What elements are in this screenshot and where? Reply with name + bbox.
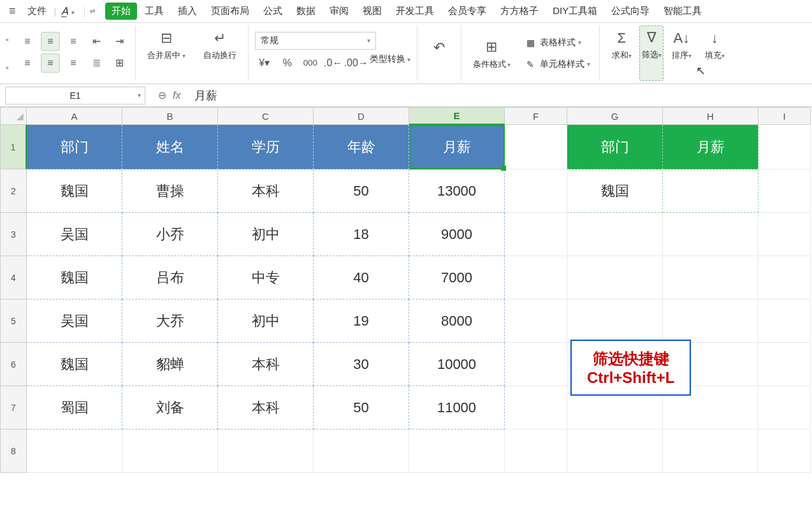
col-G[interactable]: G xyxy=(567,107,663,125)
inc-decimal-icon[interactable]: .0← xyxy=(324,54,343,73)
format-menu[interactable]: A̲▾ xyxy=(59,5,85,17)
cell[interactable]: 刘备 xyxy=(122,386,218,429)
row-5[interactable]: 5 xyxy=(0,299,27,343)
col-E[interactable]: E xyxy=(409,107,505,125)
tab-insert[interactable]: 插入 xyxy=(171,3,203,20)
align-left-icon[interactable]: ≡ xyxy=(18,54,37,73)
undo-button[interactable]: ↶ xyxy=(424,35,454,71)
cell[interactable] xyxy=(505,299,567,343)
cell[interactable]: 7000 xyxy=(409,256,505,299)
cell[interactable] xyxy=(758,125,811,169)
tab-dev[interactable]: 开发工具 xyxy=(389,3,440,20)
cell[interactable]: 月薪 xyxy=(663,125,758,169)
cell[interactable]: 9000 xyxy=(409,213,505,256)
col-D[interactable]: D xyxy=(314,107,409,125)
cell[interactable] xyxy=(505,169,567,213)
row-2[interactable]: 2 xyxy=(0,169,27,213)
col-F[interactable]: F xyxy=(505,107,567,125)
row-3[interactable]: 3 xyxy=(0,213,27,256)
filter-button[interactable]: ∇ 筛选▾ xyxy=(639,25,663,81)
cell[interactable]: 月薪 xyxy=(409,125,505,169)
cell[interactable]: 本科 xyxy=(218,343,314,386)
number-format-select[interactable]: 常规▾ xyxy=(255,32,376,50)
cell[interactable]: 10000 xyxy=(409,343,505,386)
distribute-icon[interactable]: ≣ xyxy=(87,54,106,73)
cell[interactable] xyxy=(218,429,314,473)
align-middle-icon[interactable]: ≡ xyxy=(41,32,60,51)
indent-inc-icon[interactable]: ⇥ xyxy=(110,32,129,51)
cell[interactable] xyxy=(505,386,567,429)
cell[interactable] xyxy=(663,213,758,256)
cell[interactable]: 30 xyxy=(314,343,409,386)
tab-view[interactable]: 视图 xyxy=(356,3,388,20)
cell[interactable] xyxy=(505,256,567,299)
row-1[interactable]: 1 xyxy=(0,125,27,169)
cell[interactable] xyxy=(758,386,811,429)
formula-input[interactable]: 月薪 xyxy=(188,88,812,103)
align-center-icon[interactable]: ≡ xyxy=(41,54,60,73)
cell[interactable]: 大乔 xyxy=(122,299,218,343)
cell[interactable] xyxy=(758,299,811,343)
orientation-icon[interactable]: ⊞ xyxy=(110,54,129,73)
cell[interactable]: 学历 xyxy=(218,125,314,169)
cond-format-button[interactable]: ⊞ 条件格式 ▾ xyxy=(468,34,516,73)
col-A[interactable]: A xyxy=(27,107,122,125)
cell[interactable] xyxy=(758,169,811,213)
cell[interactable] xyxy=(567,213,663,256)
cell[interactable]: 本科 xyxy=(218,386,314,429)
align-bottom-icon[interactable]: ≡ xyxy=(64,32,83,51)
dec-decimal-icon[interactable]: .00→ xyxy=(347,54,366,73)
dropdown-icon[interactable]: ⇄ xyxy=(87,8,98,15)
cell[interactable]: 8000 xyxy=(409,299,505,343)
cell[interactable]: 40 xyxy=(314,256,409,299)
cell[interactable]: 初中 xyxy=(218,213,314,256)
fx-icon[interactable]: fx xyxy=(173,90,180,101)
cell[interactable]: 吴国 xyxy=(27,213,122,256)
cell[interactable] xyxy=(567,299,663,343)
cell[interactable] xyxy=(505,429,567,473)
merge-button[interactable]: ⊟ 合并居中 ▾ xyxy=(142,25,191,81)
row-4[interactable]: 4 xyxy=(0,256,27,299)
col-I[interactable]: I xyxy=(758,107,811,125)
scroll-left-icon[interactable]: ◂ xyxy=(5,36,11,43)
tab-review[interactable]: 审阅 xyxy=(323,3,355,20)
sheet-grid[interactable]: ◢ A B C D E F G H I 1 部门 姓名 学历 年龄 月薪 部门 … xyxy=(0,107,812,473)
tab-diy[interactable]: DIY工具箱 xyxy=(546,3,604,20)
cell[interactable] xyxy=(27,429,122,473)
cell[interactable]: 中专 xyxy=(218,256,314,299)
cell[interactable] xyxy=(314,429,409,473)
cell[interactable]: 18 xyxy=(314,213,409,256)
tab-ffgz[interactable]: 方方格子 xyxy=(494,3,545,20)
cell[interactable] xyxy=(505,213,567,256)
table-style-button[interactable]: ▦表格样式 ▾ xyxy=(521,36,593,50)
align-right-icon[interactable]: ≡ xyxy=(64,54,83,73)
col-H[interactable]: H xyxy=(663,107,758,125)
comma-icon[interactable]: 000 xyxy=(301,54,320,73)
cell[interactable]: 小乔 xyxy=(122,213,218,256)
sum-button[interactable]: Σ 求和▾ xyxy=(606,25,637,81)
type-convert-button[interactable]: 类型转换 ▾ xyxy=(370,54,410,73)
cell[interactable]: 魏国 xyxy=(27,256,122,299)
sort-button[interactable]: A↓ 排序▾ xyxy=(666,25,697,81)
row-8[interactable]: 8 xyxy=(0,429,27,473)
cell[interactable]: 魏国 xyxy=(27,343,122,386)
cell[interactable] xyxy=(758,429,811,473)
cell[interactable] xyxy=(663,429,758,473)
cell[interactable] xyxy=(758,343,811,386)
col-C[interactable]: C xyxy=(218,107,314,125)
cell[interactable]: 年龄 xyxy=(314,125,409,169)
hamburger-icon[interactable]: ≡ xyxy=(5,4,20,18)
tab-smart[interactable]: 智能工具 xyxy=(657,3,708,20)
fill-button[interactable]: ↓ 填充▾ xyxy=(699,25,730,81)
tab-fxguide[interactable]: 公式向导 xyxy=(605,3,656,20)
cell[interactable]: 貂蝉 xyxy=(122,343,218,386)
row-7[interactable]: 7 xyxy=(0,386,27,429)
cell[interactable]: 13000 xyxy=(409,169,505,213)
file-menu[interactable]: 文件 xyxy=(22,5,52,17)
name-box[interactable]: E1▾ xyxy=(5,87,145,104)
cell[interactable] xyxy=(663,256,758,299)
cell[interactable]: 姓名 xyxy=(122,125,218,169)
cell[interactable]: 本科 xyxy=(218,169,314,213)
cell[interactable]: 蜀国 xyxy=(27,386,122,429)
cell[interactable] xyxy=(567,429,663,473)
